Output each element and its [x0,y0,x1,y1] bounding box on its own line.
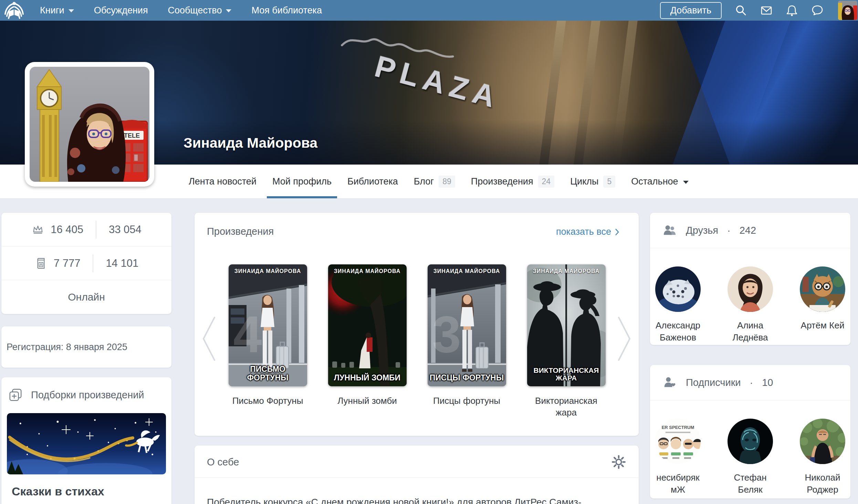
book-title-link[interactable]: Письмо Фортуны [232,395,303,407]
cover-author-name: ЗИНАИДА МАЙОРОВА [428,268,506,274]
tab-library[interactable]: Библиотека [347,165,398,198]
follower-name: несибиряк мЖ [650,472,705,496]
add-button[interactable]: Добавить [660,2,722,19]
collections-title: Подборки произведений [31,389,144,401]
follower-avatar [800,419,845,464]
rating-total-value: 33 054 [109,223,142,236]
follower-item[interactable]: ER SPECTRUM [650,419,705,496]
cover-title-text: ПИСЦЫ ФОРТУНЫ [429,374,505,382]
book-title-link[interactable]: Лунный зомби [337,395,397,407]
search-icon[interactable] [735,4,747,17]
mail-icon[interactable] [760,4,773,17]
friend-name: Александр Баженов [650,319,705,344]
library-stats-row[interactable]: A 7 777 14 101 [1,246,171,280]
menu-discussions[interactable]: Обсуждения [94,5,148,16]
friends-card: Друзья · 242 [650,213,850,345]
followers-title: Подписчики [686,377,741,388]
book-item: ЗИНАИДА МАЙОРОВА ВИКТОРИАНСКАЯ ЖАРА Викт… [516,264,616,419]
friend-avatar [800,266,845,312]
followers-icon [662,375,677,390]
cover-author-name: ЗИНАИДА МАЙОРОВА [527,268,606,274]
tab-feed[interactable]: Лента новостей [189,165,257,198]
friend-avatar [728,266,773,312]
followers-count: 10 [762,377,773,388]
follower-item[interactable]: Стефан Беляк [723,419,778,496]
registration-date: Регистрация: 8 января 2025 [7,342,127,353]
collections-header[interactable]: Подборки произведений [1,377,171,411]
profile-avatar-art: TELE [30,67,149,182]
crown-icon [31,223,44,236]
followers-list: ER SPECTRUM [650,419,850,496]
rating-value: 16 405 [51,223,83,236]
collection-first-title[interactable]: Сказки в стихах [12,485,171,498]
follower-name: Стефан Беляк [723,472,778,496]
top-navbar: Книги Обсуждения Сообщество Моя библиоте… [0,0,858,21]
user-avatar[interactable] [838,1,857,20]
show-all-link[interactable]: показать все [556,227,619,237]
tab-library-label: Библиотека [347,176,398,187]
divider [93,254,93,272]
tab-feed-label: Лента новостей [189,176,257,187]
about-title: О себе [207,456,239,468]
friends-header[interactable]: Друзья · 242 [650,213,850,248]
book-title-link[interactable]: Викторианская жара [526,395,606,419]
friend-avatar [655,266,701,312]
registration-card: Регистрация: 8 января 2025 [1,326,171,368]
profile-avatar[interactable]: TELE [25,62,154,187]
tab-my-profile[interactable]: Мой профиль [272,165,332,198]
books-carousel: 4 ЗИНАИДА МАЙОРОВА ПИСЬМО ФОРТУНЫ Письмо… [218,264,616,419]
menu-books[interactable]: Книги [40,5,74,16]
book-cover-viktorianskaya-zhara[interactable]: ЗИНАИДА МАЙОРОВА ВИКТОРИАНСКАЯ ЖАРА [527,264,606,386]
collections-icon [8,388,23,402]
followers-header[interactable]: Подписчики · 10 [650,365,850,400]
book-item: 3 ЗИНАИДА МАЙОРОВА ПИСЦЫ ФОРТУНЫ Писцы ф… [417,264,516,419]
book-icon: A [34,257,48,270]
carousel-prev-button[interactable] [201,316,217,361]
menu-community[interactable]: Сообщество [168,5,232,16]
gear-icon[interactable] [611,454,626,470]
book-cover-pismo-fortuny[interactable]: 4 ЗИНАИДА МАЙОРОВА ПИСЬМО ФОРТУНЫ [229,264,307,386]
collection-cover-image[interactable] [7,413,166,474]
cover-author-name: ЗИНАИДА МАЙОРОВА [229,268,307,274]
tab-blog[interactable]: Блог 89 [414,165,455,198]
friend-item[interactable]: Александр Баженов [650,266,705,344]
book-cover-piscy-fortuny[interactable]: 3 ЗИНАИДА МАЙОРОВА ПИСЦЫ ФОРТУНЫ [428,264,506,386]
menu-my-library-label: Моя библиотека [251,5,322,16]
divider [96,221,96,239]
status-badge: Онлайн [68,291,105,303]
about-text: Победитель конкурса «С днем рождения нов… [195,478,639,504]
carousel-next-button[interactable] [617,316,632,361]
cover-series-number: 4 [233,305,262,364]
tab-more[interactable]: Остальное [631,165,688,198]
dot-separator: · [727,225,731,236]
friend-item[interactable]: Артём Кей [795,266,850,344]
menu-my-library[interactable]: Моя библиотека [251,5,322,16]
friend-name: Алина Леднёва [723,319,778,344]
tab-more-label: Остальное [631,176,678,187]
cover-title-text: ЛУННЫЙ ЗОМБИ [329,374,405,382]
tab-cycles[interactable]: Циклы 5 [570,165,615,198]
book-title-link[interactable]: Писцы фортуны [433,395,500,407]
profile-page: Книги Обсуждения Сообщество Моя библиоте… [0,0,858,504]
book-item: 4 ЗИНАИДА МАЙОРОВА ПИСЬМО ФОРТУНЫ Письмо… [218,264,317,419]
phone-booth-sign: TELE [124,132,140,139]
book-cover-lunny-zombi[interactable]: ЗИНАИДА МАЙОРОВА ЛУННЫЙ ЗОМБИ [328,264,407,386]
cover-author-name: ЗИНАИДА МАЙОРОВА [328,268,407,274]
menu-discussions-label: Обсуждения [94,5,148,16]
svg-text:A: A [40,263,42,266]
menu-community-label: Сообщество [168,5,222,16]
bell-icon[interactable] [786,4,798,17]
follower-item[interactable]: Николай Роджер [795,419,850,496]
rating-stats-row[interactable]: 16 405 33 054 [1,213,171,246]
dot-separator: · [750,377,753,388]
cover-title-text: ПИСЬМО ФОРТУНЫ [230,365,306,382]
chat-icon[interactable] [811,4,824,17]
friend-name: Артём Кей [801,319,845,332]
site-logo-eagle-icon[interactable] [3,1,25,20]
friend-item[interactable]: Алина Леднёва [723,266,778,344]
library-value: 7 777 [54,257,81,270]
works-header: Произведения показать все [195,213,639,237]
show-all-label: показать все [556,227,611,237]
tab-works[interactable]: Произведения 24 [471,165,554,198]
friends-count: 242 [740,225,756,236]
